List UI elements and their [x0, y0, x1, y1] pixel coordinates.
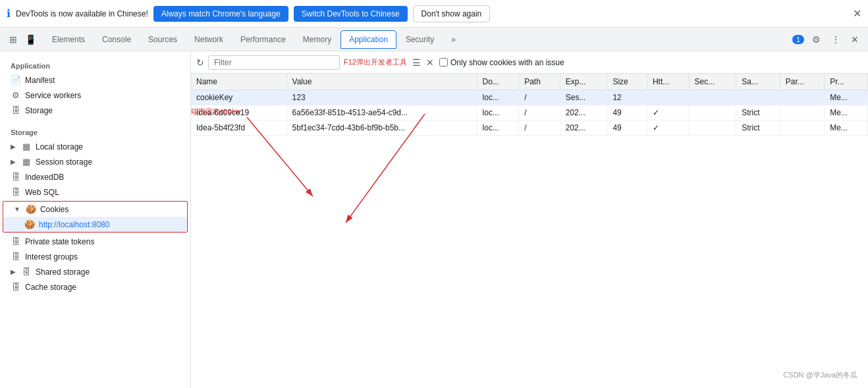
cell-3: / [519, 90, 560, 105]
cell-4: Ses... [560, 90, 607, 105]
settings-icon[interactable]: ⚙ [809, 32, 823, 47]
cell-5: 12 [607, 90, 647, 105]
tab-network[interactable]: Network [186, 31, 231, 48]
cell-4: 202... [560, 121, 607, 136]
issue-filter-checkbox[interactable] [439, 58, 448, 67]
col-name: Name [191, 74, 286, 90]
main-layout: Application 📄 Manifest ⚙ Service workers… [0, 51, 868, 388]
more-options-icon[interactable]: ⋮ [828, 32, 843, 47]
tab-security[interactable]: Security [398, 31, 442, 48]
sidebar-item-private-state-tokens[interactable]: 🗄 Private state tokens [0, 234, 190, 249]
cell-7 [689, 105, 736, 121]
match-language-button[interactable]: Always match Chrome's language [153, 6, 288, 22]
cell-0: Idea-6d09ce19 [191, 105, 286, 121]
tab-elements[interactable]: Elements [44, 31, 93, 48]
interest-groups-label: Interest groups [25, 252, 78, 262]
table-row[interactable]: cookieKey123loc.../Ses...12Me... [191, 90, 868, 105]
dont-show-again-button[interactable]: Don't show again [413, 5, 491, 22]
cell-4: 202... [560, 105, 607, 121]
filter-bar: ↻ F12弹出开发者工具 ☰ ✕ Only show cookies with … [191, 51, 868, 74]
notification-close-button[interactable]: ✕ [853, 7, 861, 20]
devtools-icons: ⊞ 📱 [3, 32, 43, 47]
sidebar-item-cookies[interactable]: ▼ 🍪 Cookies [3, 202, 187, 217]
cookies-expand-icon: ▼ [14, 206, 20, 213]
cell-6: ✓ [647, 105, 689, 121]
cell-1: 5bf1ec34-7cdd-43b6-bf9b-b5b... [286, 121, 477, 136]
refresh-button[interactable]: ↻ [196, 57, 204, 68]
col-httponly: Htt... [647, 74, 689, 90]
table-header-row: Name Value Do... Path Exp... Size Htt...… [191, 74, 868, 90]
console-badge: 1 [792, 35, 804, 44]
cache-storage-icon: 🗄 [11, 282, 21, 292]
col-domain: Do... [477, 74, 519, 90]
table-row[interactable]: Idea-6d09ce196a56e33f-851b-4513-ae54-c9d… [191, 105, 868, 121]
cell-1: 123 [286, 90, 477, 105]
cookies-icon: 🍪 [26, 204, 36, 214]
cell-5: 49 [607, 105, 647, 121]
manifest-icon: 📄 [11, 75, 21, 85]
session-storage-icon: ▦ [21, 157, 32, 167]
col-secure: Sec... [689, 74, 736, 90]
private-state-tokens-icon: 🗄 [11, 236, 21, 246]
sidebar-item-localhost[interactable]: 🍪 http://localhost:8080 [3, 217, 187, 232]
cache-storage-label: Cache storage [25, 283, 76, 292]
content-area: ↻ F12弹出开发者工具 ☰ ✕ Only show cookies with … [191, 51, 868, 388]
device-toolbar-icon[interactable]: 📱 [22, 32, 39, 47]
inspect-icon[interactable]: ⊞ [7, 32, 20, 47]
col-partition: Par... [780, 74, 825, 90]
cell-9 [780, 90, 825, 105]
tab-more[interactable]: » [443, 31, 464, 48]
cell-0: cookieKey [191, 90, 286, 105]
filter-hint-annotation: F12弹出开发者工具 [344, 57, 407, 67]
issue-filter-checkbox-label[interactable]: Only show cookies with an issue [439, 58, 564, 67]
filter-actions: ☰ ✕ [411, 56, 435, 69]
cell-9 [780, 105, 825, 121]
cell-8 [736, 90, 780, 105]
watermark: CSDN @学Java的冬瓜 [783, 370, 857, 380]
cell-2: loc... [477, 105, 519, 121]
localhost-label: http://localhost:8080 [39, 220, 109, 229]
sidebar-item-websql[interactable]: 🗄 Web SQL [0, 184, 190, 200]
sidebar-item-service-workers[interactable]: ⚙ Service workers [0, 88, 190, 103]
service-workers-icon: ⚙ [11, 90, 21, 100]
close-devtools-icon[interactable]: ✕ [848, 32, 861, 47]
cell-10: Me... [825, 121, 868, 136]
filter-options-icon[interactable]: ☰ [411, 56, 422, 69]
tab-console[interactable]: Console [94, 31, 139, 48]
notification-text: DevTools is now available in Chinese! [16, 9, 148, 18]
switch-chinese-button[interactable]: Switch DevTools to Chinese [294, 6, 408, 22]
tab-sources[interactable]: Sources [140, 31, 185, 48]
cell-10: Me... [825, 90, 868, 105]
col-value: Value [286, 74, 477, 90]
filter-input[interactable] [208, 55, 340, 70]
filter-clear-icon[interactable]: ✕ [425, 56, 435, 69]
tab-bar: ⊞ 📱 Elements Console Sources Network Per… [0, 28, 868, 51]
cell-6: ✓ [647, 121, 689, 136]
sidebar-item-shared-storage[interactable]: ▶ 🗄 Shared storage [0, 264, 190, 279]
sidebar-item-local-storage[interactable]: ▶ ▦ Local storage [0, 139, 190, 154]
sidebar-item-storage[interactable]: 🗄 Storage [0, 103, 190, 118]
notification-bar: ℹ DevTools is now available in Chinese! … [0, 0, 868, 28]
tab-memory[interactable]: Memory [295, 31, 339, 48]
sidebar-item-manifest[interactable]: 📄 Manifest [0, 72, 190, 88]
sidebar-item-interest-groups[interactable]: 🗄 Interest groups [0, 249, 190, 264]
session-storage-expand-icon: ▶ [11, 158, 16, 165]
cell-2: loc... [477, 90, 519, 105]
sidebar-item-indexeddb[interactable]: 🗄 IndexedDB [0, 169, 190, 184]
cell-10: Me... [825, 105, 868, 121]
shared-storage-label: Shared storage [36, 267, 90, 277]
tab-application[interactable]: Application [340, 30, 396, 49]
manifest-label: Manifest [25, 76, 55, 85]
app-section-title: Application [0, 57, 190, 72]
table-body: cookieKey123loc.../Ses...12Me...Idea-6d0… [191, 90, 868, 136]
col-size: Size [607, 74, 647, 90]
col-expires: Exp... [560, 74, 607, 90]
storage-icon: 🗄 [11, 105, 21, 115]
sidebar-item-session-storage[interactable]: ▶ ▦ Session storage [0, 154, 190, 169]
info-icon: ℹ [7, 7, 11, 20]
tab-performance[interactable]: Performance [232, 31, 294, 48]
shared-storage-icon: 🗄 [21, 267, 32, 277]
col-priority: Pr... [825, 74, 868, 90]
table-row[interactable]: Idea-5b4f23fd5bf1ec34-7cdd-43b6-bf9b-b5b… [191, 121, 868, 136]
sidebar-item-cache-storage[interactable]: 🗄 Cache storage [0, 279, 190, 294]
